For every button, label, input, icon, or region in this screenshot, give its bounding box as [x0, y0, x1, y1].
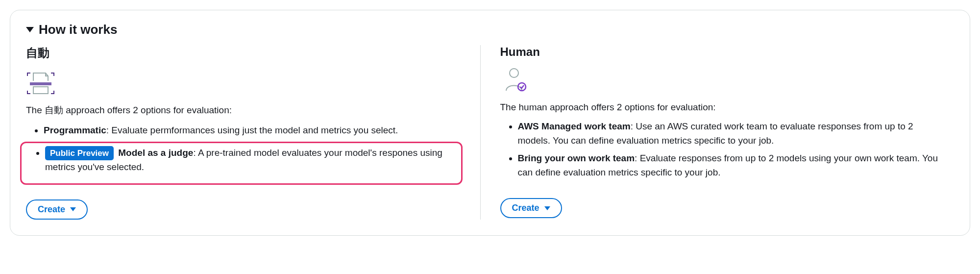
chevron-down-icon [544, 206, 550, 210]
human-option-aws-managed: AWS Managed work team: Use an AWS curate… [518, 120, 939, 148]
how-it-works-panel: How it works 自動 [10, 10, 970, 236]
chevron-down-icon [70, 207, 76, 211]
highlight-annotation: Public Preview Model as a judge: A pre-t… [20, 142, 463, 185]
human-intro: The human approach offers 2 options for … [500, 102, 939, 113]
human-option-bring-own: Bring your own work team: Evaluate respo… [518, 151, 939, 179]
auto-option-model-judge: Public Preview Model as a judge: A pre-t… [45, 146, 455, 174]
collapse-caret-icon [26, 27, 34, 32]
option-label: Model as a judge [118, 148, 193, 158]
section-title: How it works [39, 22, 117, 37]
auto-icon [26, 65, 465, 99]
auto-title: 自動 [26, 45, 465, 61]
human-title: Human [500, 45, 939, 59]
auto-column: 自動 The 自動 approach offers 2 options [26, 45, 481, 220]
option-label: Bring your own work team [518, 153, 635, 163]
auto-intro: The 自動 approach offers 2 options for eva… [26, 104, 465, 117]
section-header[interactable]: How it works [26, 22, 954, 37]
svg-point-2 [510, 69, 518, 77]
svg-rect-0 [33, 87, 48, 94]
human-icon [500, 63, 939, 97]
human-create-button[interactable]: Create [500, 198, 562, 218]
human-column: Human The human approach offers 2 option… [481, 45, 955, 220]
option-label: Programmatic [44, 125, 106, 135]
create-label: Create [512, 203, 539, 213]
option-label: AWS Managed work team [518, 121, 631, 131]
svg-rect-1 [30, 82, 51, 85]
public-preview-badge: Public Preview [45, 146, 114, 161]
option-desc: : Evaluate permformances using just the … [106, 125, 398, 135]
auto-option-programmatic: Programmatic: Evaluate permformances usi… [44, 124, 465, 138]
auto-create-button[interactable]: Create [26, 199, 88, 220]
create-label: Create [38, 204, 65, 215]
